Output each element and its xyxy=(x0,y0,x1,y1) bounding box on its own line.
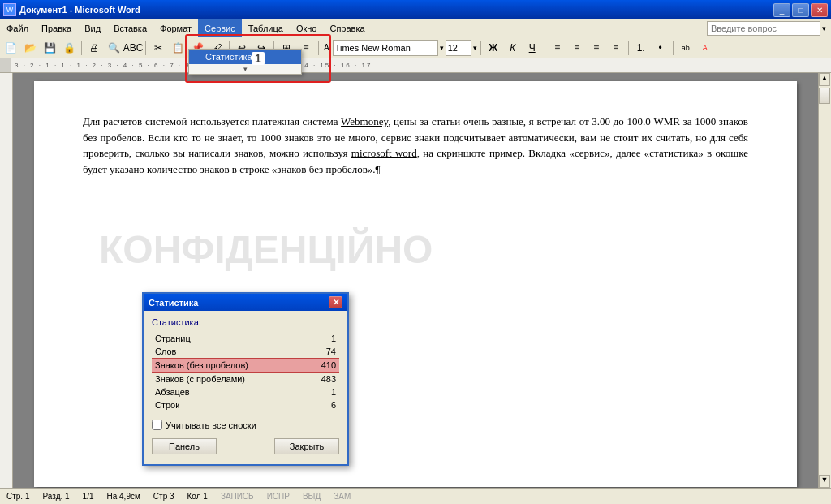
dialog-button-row: Панель Закрыть xyxy=(152,438,339,458)
status-page-of: 1/1 xyxy=(83,492,94,501)
search-arrow-icon[interactable]: ▾ xyxy=(822,24,826,32)
search-area: ▾ xyxy=(707,21,831,36)
ruler-scale: 3 · 2 · 1 · 1 · 1 · 2 · 3 · 4 · 5 · 6 · … xyxy=(11,62,831,69)
scroll-down-button[interactable]: ▼ xyxy=(819,475,830,488)
menu-insert[interactable]: Вставка xyxy=(107,19,153,37)
font-label: A xyxy=(322,43,331,52)
title-bar-controls: _ □ ✕ xyxy=(773,3,828,17)
stat-row-pages: Страниц 1 xyxy=(152,332,339,345)
search-input[interactable] xyxy=(707,21,820,36)
dialog-title-text: Статистика xyxy=(149,298,199,308)
bold-button[interactable]: Ж xyxy=(484,39,502,57)
font-color-button[interactable]: A xyxy=(696,39,714,57)
status-rec: ЗАПИСЬ xyxy=(221,492,254,501)
stat-label-chars-with-spaces: Знаков (с пробелами) xyxy=(152,373,306,386)
stat-value-pages: 1 xyxy=(306,332,339,345)
menu-service[interactable]: Сервис xyxy=(198,19,242,37)
stat-value-words: 74 xyxy=(306,345,339,359)
watermark: КОНФІДЕНЦІЙНО xyxy=(99,227,433,272)
tb-sep-5 xyxy=(318,41,319,55)
tb-sep-1 xyxy=(81,41,82,55)
panel-button[interactable]: Панель xyxy=(152,438,217,454)
menu-window[interactable]: Окно xyxy=(290,19,324,37)
preview-button[interactable]: 🔍 xyxy=(105,39,123,57)
status-track: ИСПР xyxy=(267,492,290,501)
stat-label-lines: Строк xyxy=(152,398,306,411)
italic-button[interactable]: К xyxy=(504,39,522,57)
stat-label-paragraphs: Абзацев xyxy=(152,386,306,398)
stat-row-paragraphs: Абзацев 1 xyxy=(152,386,339,398)
footnotes-checkbox[interactable] xyxy=(152,420,162,430)
status-line: Стр 3 xyxy=(153,492,174,501)
font-size-dropdown-icon[interactable]: ▾ xyxy=(473,44,477,52)
menu-table[interactable]: Таблица xyxy=(242,19,290,37)
msword-link: microsoft word xyxy=(351,147,417,159)
dialog-body: Статистика: Страниц 1 Слов 74 Знаков (бе… xyxy=(144,311,347,464)
title-bar: W Документ1 - Microsoft Word _ □ ✕ xyxy=(0,0,831,19)
ruler-corner xyxy=(0,58,11,73)
font-name-input[interactable] xyxy=(333,40,438,56)
font-size-input[interactable] xyxy=(446,40,471,56)
maximize-button[interactable]: □ xyxy=(792,3,809,17)
stat-label-pages: Страниц xyxy=(152,332,306,345)
checkbox-row: Учитывать все сноски xyxy=(152,420,339,430)
document-body[interactable]: Для расчетов системой используется плате… xyxy=(83,114,748,177)
align-right-button[interactable]: ≡ xyxy=(588,39,605,57)
status-page: Стр. 1 xyxy=(6,492,29,501)
stat-row-words: Слов 74 xyxy=(152,345,339,359)
close-button[interactable]: ✕ xyxy=(811,3,828,17)
title-bar-left: W Документ1 - Microsoft Word xyxy=(3,3,140,16)
stat-value-lines: 6 xyxy=(306,398,339,411)
main-toolbar: 📄 📂 💾 🔒 🖨 🔍 ABC ✂ 📋 📌 🖌 ↩ ↪ ⊞ ≡ A ▾ ▾ Ж … xyxy=(0,37,831,58)
vertical-scrollbar[interactable]: ▲ ▼ xyxy=(818,73,831,488)
menu-file[interactable]: Файл xyxy=(0,19,35,37)
main-area: КОНФІДЕНЦІЙНО Для расчетов системой испо… xyxy=(0,73,831,488)
app-icon: W xyxy=(3,3,16,16)
horizontal-ruler: 3 · 2 · 1 · 1 · 1 · 2 · 3 · 4 · 5 · 6 · … xyxy=(0,58,831,73)
stat-label-chars-no-spaces: Знаков (без пробелов) xyxy=(152,359,306,373)
menu-item-statistics[interactable]: Статистика... xyxy=(189,50,301,64)
menu-help[interactable]: Справка xyxy=(323,19,371,37)
scroll-up-button[interactable]: ▲ xyxy=(819,73,830,86)
highlight-button[interactable]: ab xyxy=(677,39,695,57)
align-left-button[interactable]: ≡ xyxy=(549,39,566,57)
status-col: Кол 1 xyxy=(187,492,208,501)
stat-row-chars-no-spaces: Знаков (без пробелов) 410 xyxy=(152,359,339,373)
webmoney-link: Webmoney xyxy=(341,115,388,127)
statistics-dialog: Статистика ✕ Статистика: Страниц 1 Слов … xyxy=(142,292,349,466)
footnotes-label: Учитывать все сноски xyxy=(166,420,256,430)
menu-format[interactable]: Формат xyxy=(153,19,198,37)
menu-view[interactable]: Вид xyxy=(78,19,107,37)
permission-button[interactable]: 🔒 xyxy=(60,39,78,57)
open-button[interactable]: 📂 xyxy=(21,39,39,57)
numbering-button[interactable]: 1. xyxy=(632,39,650,57)
copy-button[interactable]: 📋 xyxy=(169,39,187,57)
menu-edit[interactable]: Правка xyxy=(35,19,78,37)
tb-sep-8 xyxy=(628,41,629,55)
bullets-button[interactable]: • xyxy=(652,39,670,57)
align-center-button[interactable]: ≡ xyxy=(568,39,586,57)
document-area: КОНФІДЕНЦІЙНО Для расчетов системой испо… xyxy=(13,73,818,488)
font-dropdown-icon[interactable]: ▾ xyxy=(440,44,444,52)
stat-value-chars-with-spaces: 483 xyxy=(306,373,339,386)
minimize-button[interactable]: _ xyxy=(773,3,790,17)
stat-value-paragraphs: 1 xyxy=(306,386,339,398)
status-bar: Стр. 1 Разд. 1 1/1 На 4,9см Стр 3 Кол 1 … xyxy=(0,488,831,504)
dialog-close-button[interactable]: ✕ xyxy=(329,296,342,308)
stat-row-chars-with-spaces: Знаков (с пробелами) 483 xyxy=(152,373,339,386)
status-ext: ВЫД xyxy=(303,492,321,501)
new-doc-button[interactable]: 📄 xyxy=(2,39,19,57)
service-dropdown-menu: Статистика... ▾ xyxy=(188,49,302,75)
tb-sep-9 xyxy=(673,41,674,55)
underline-button[interactable]: Ч xyxy=(523,39,541,57)
close-dialog-button[interactable]: Закрыть xyxy=(274,438,339,454)
cut-button[interactable]: ✂ xyxy=(149,39,167,57)
scroll-thumb[interactable] xyxy=(819,88,830,104)
align-justify-button[interactable]: ≡ xyxy=(607,39,625,57)
save-button[interactable]: 💾 xyxy=(41,39,58,57)
status-position: На 4,9см xyxy=(107,492,140,501)
spell-button[interactable]: ABC xyxy=(124,39,142,57)
statistics-table: Страниц 1 Слов 74 Знаков (без пробелов) … xyxy=(152,332,339,411)
print-button[interactable]: 🖨 xyxy=(85,39,103,57)
tb-sep-7 xyxy=(545,41,545,55)
